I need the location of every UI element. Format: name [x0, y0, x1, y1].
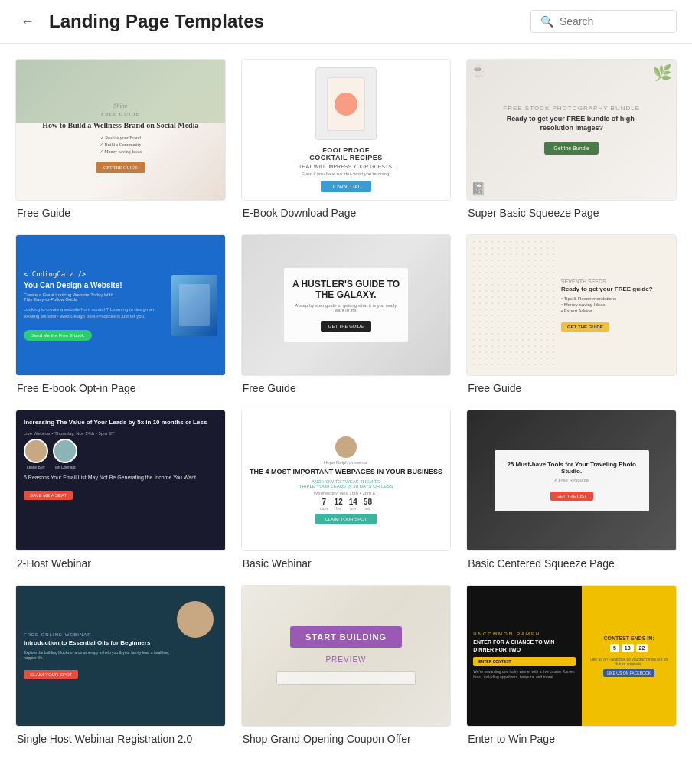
template-label: Basic Centered Squeeze Page	[466, 557, 677, 570]
template-thumbnail-basic-centered-squeeze: 25 Must-have Tools for Your Traveling Ph…	[466, 410, 677, 551]
page-title: Landing Page Templates	[49, 11, 530, 32]
template-label: 2-Host Webinar	[15, 557, 226, 570]
template-card-free-guide-1[interactable]: Shine FREE GUIDE How to Build a Wellness…	[15, 59, 226, 219]
template-thumbnail-free-guide-1: Shine FREE GUIDE How to Build a Wellness…	[15, 59, 226, 201]
template-thumbnail-super-basic-squeeze: 🌿 ☕ 📓 Free Stock Photography Bundle Read…	[466, 59, 677, 201]
back-button[interactable]: ←	[15, 9, 40, 34]
template-card-2host-webinar[interactable]: Increasing The Value of Your Leads by 5x…	[15, 410, 226, 570]
template-thumbnail-ebook-download: FOOLPROOF COCKTAIL RECIPES THAT WILL IMP…	[241, 59, 452, 201]
template-card-ebook-download[interactable]: FOOLPROOF COCKTAIL RECIPES THAT WILL IMP…	[241, 59, 452, 219]
template-label: Free Guide	[241, 382, 452, 394]
template-thumbnail-free-guide-galaxy: A HUSTLER'S GUIDE TO THE GALAXY. A step …	[241, 234, 452, 376]
search-input[interactable]	[560, 15, 667, 28]
template-thumbnail-shop-grand-opening: START BUILDING PREVIEW	[241, 585, 452, 727]
template-label: Free Guide	[15, 207, 226, 219]
template-label: Basic Webinar	[241, 557, 452, 570]
templates-grid: Shine FREE GUIDE How to Build a Wellness…	[0, 44, 692, 760]
template-card-enter-to-win[interactable]: UNCOMMON RAMEN ENTER FOR A CHANCE TO WIN…	[466, 585, 677, 745]
template-label: Super Basic Squeeze Page	[466, 207, 677, 219]
template-thumbnail-free-guide-seeds: NEW SEVENTH SEEDS Ready to get your FREE…	[466, 234, 677, 376]
template-card-basic-centered-squeeze[interactable]: 25 Must-have Tools for Your Traveling Ph…	[466, 410, 677, 570]
template-thumbnail-2host-webinar: Increasing The Value of Your Leads by 5x…	[15, 410, 226, 551]
template-card-single-host-webinar[interactable]: FREE ONLINE WEBINAR Introduction to Esse…	[15, 585, 226, 745]
template-card-free-guide-seeds[interactable]: NEW SEVENTH SEEDS Ready to get your FREE…	[466, 234, 677, 394]
template-card-basic-webinar[interactable]: Hope Ralph presents: THE 4 MOST IMPORTAN…	[241, 410, 452, 570]
header: ← Landing Page Templates 🔍	[0, 0, 692, 44]
template-label: E-Book Download Page	[241, 207, 452, 219]
search-icon: 🔍	[540, 15, 553, 28]
template-label: Shop Grand Opening Coupon Offer	[241, 733, 452, 745]
template-label: Single Host Webinar Registration 2.0	[15, 733, 226, 745]
template-card-free-ebook-optin[interactable]: < CodingCatz /> You Can Design a Website…	[15, 234, 226, 394]
template-label: Free E-book Opt-in Page	[15, 382, 226, 394]
template-label: Enter to Win Page	[466, 733, 677, 745]
template-card-free-guide-galaxy[interactable]: A HUSTLER'S GUIDE TO THE GALAXY. A step …	[241, 234, 452, 394]
template-thumbnail-single-host-webinar: FREE ONLINE WEBINAR Introduction to Esse…	[15, 585, 226, 727]
template-thumbnail-enter-to-win: UNCOMMON RAMEN ENTER FOR A CHANCE TO WIN…	[466, 585, 677, 727]
template-card-super-basic-squeeze[interactable]: 🌿 ☕ 📓 Free Stock Photography Bundle Read…	[466, 59, 677, 219]
template-card-shop-grand-opening[interactable]: START BUILDING PREVIEW Shop Grand Openin…	[241, 585, 452, 745]
template-thumbnail-free-ebook-optin: < CodingCatz /> You Can Design a Website…	[15, 234, 226, 376]
template-label: Free Guide	[466, 382, 677, 394]
search-container[interactable]: 🔍	[530, 10, 677, 33]
template-thumbnail-basic-webinar: Hope Ralph presents: THE 4 MOST IMPORTAN…	[241, 410, 452, 551]
